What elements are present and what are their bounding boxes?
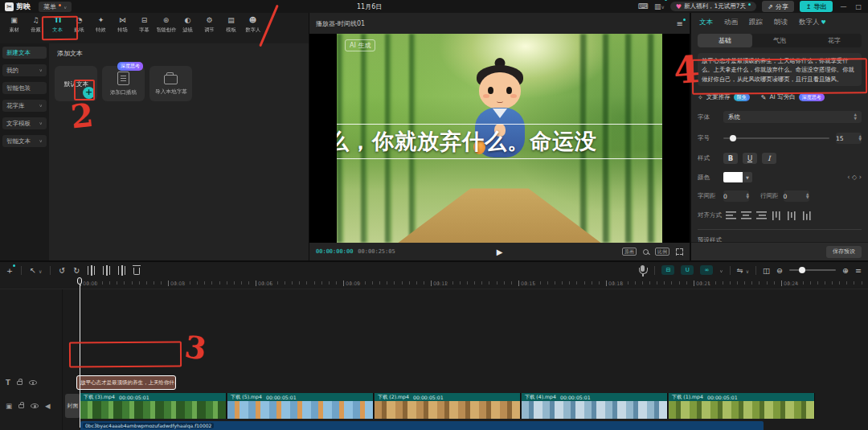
align-left-button[interactable] <box>723 210 738 221</box>
ribbon-item-filter[interactable]: ◐滤镜 <box>177 15 199 40</box>
subtitle-selection-line-top[interactable] <box>337 124 662 125</box>
sidebar-item-1[interactable]: 我的∨ <box>2 64 47 76</box>
sidebar-item-4[interactable]: 文字模板∨ <box>2 117 47 129</box>
stepper-icon[interactable]: ▲▼ <box>854 113 857 120</box>
sidebar-item-0[interactable]: 新建文本 <box>2 47 47 59</box>
bold-button[interactable]: B <box>723 153 738 164</box>
minimize-button[interactable]: — <box>838 3 848 10</box>
library-card-1[interactable]: 导入本地字幕 <box>149 66 192 101</box>
vip-promo-badge[interactable]: ♥ 新人福利，1元试用7天 <box>670 2 756 11</box>
align-bottom-button[interactable] <box>800 210 814 221</box>
copy-suggest-button[interactable]: 文案推荐 <box>706 93 731 101</box>
tracking-stepper[interactable]: 0 ▲▼ <box>723 190 749 202</box>
menu-button[interactable]: 菜单 ∨ <box>39 2 72 12</box>
font-size-slider[interactable] <box>723 137 829 139</box>
sidebar-item-5[interactable]: 智能文本∨ <box>2 135 47 147</box>
video-clip-4[interactable]: 下载 (1).mp400:00:05:01 <box>669 393 815 419</box>
player-menu-icon[interactable]: ≡ <box>677 19 683 28</box>
quality-button[interactable]: 原画 <box>622 248 637 256</box>
play-button[interactable]: ▶ <box>497 248 503 256</box>
inspector-tab-3[interactable]: 朗读 <box>774 18 788 27</box>
timeline-zoom-slider[interactable] <box>789 269 836 271</box>
stepper-icon[interactable]: ▲▼ <box>806 193 809 199</box>
inspector-tab-2[interactable]: 跟踪 <box>749 18 763 27</box>
zoom-slider-thumb[interactable] <box>799 267 805 273</box>
eye-icon[interactable] <box>29 380 37 385</box>
stepper-icon[interactable]: ▲▼ <box>859 135 862 141</box>
subtitle-overlay-text[interactable]: 么，你就放弃什么。命运没 <box>337 127 597 156</box>
inspector-tab-4[interactable]: 数字人♥ <box>799 18 826 27</box>
ribbon-item-adjust[interactable]: ⚙调节 <box>199 15 220 40</box>
zoom-in-button[interactable]: ⊕ <box>842 266 849 275</box>
select-tool-button[interactable]: ↖ ∨ <box>30 266 42 275</box>
slider-thumb[interactable] <box>730 135 736 141</box>
underline-button[interactable]: U <box>743 153 757 164</box>
layout-icon[interactable]: ▥∨ <box>654 2 665 10</box>
export-button[interactable]: ↥ 导出 <box>800 1 833 12</box>
font-size-value[interactable]: 15 ▲▼ <box>836 133 862 144</box>
split-delete-right-button[interactable] <box>118 266 125 275</box>
playhead-marker[interactable] <box>77 277 82 285</box>
inspector-subtab-2[interactable]: 花字 <box>807 34 862 47</box>
ratio-button[interactable]: 比例 <box>655 248 669 256</box>
delete-button[interactable] <box>133 268 140 275</box>
sidebar-item-2[interactable]: 智能包装 <box>2 82 47 94</box>
link-clips-toggle[interactable]: ∞ <box>700 265 713 275</box>
ai-write-button[interactable]: AI 写旁白 <box>769 93 795 101</box>
inspector-subtab-1[interactable]: 气泡 <box>752 34 807 47</box>
ribbon-item-caption[interactable]: ⊟字幕 <box>133 15 155 40</box>
lock-icon[interactable] <box>17 381 23 385</box>
split-delete-left-button[interactable] <box>103 266 110 275</box>
video-clip-2[interactable]: 下载 (2).mp400:00:05:01 <box>375 393 521 419</box>
leading-stepper[interactable]: 0 ▲▼ <box>784 190 809 202</box>
lock-icon[interactable] <box>18 404 24 408</box>
keyboard-shortcut-icon[interactable]: ⌨ <box>638 2 649 10</box>
split-clip-button[interactable] <box>88 266 95 275</box>
inspector-tab-0[interactable]: 文本 <box>699 18 713 27</box>
color-style-icon[interactable]: ‹ ◇ › <box>847 174 862 181</box>
ribbon-item-effect[interactable]: ✦特效 <box>90 15 112 40</box>
maximize-button[interactable]: □ <box>854 3 863 10</box>
sidebar-item-3[interactable]: 花字库∨ <box>2 100 47 112</box>
cover-button[interactable]: 封面 <box>65 394 80 418</box>
mute-icon[interactable]: ◀ <box>45 402 51 410</box>
zoom-fit-icon[interactable] <box>643 249 649 255</box>
video-clip-0[interactable]: 下载 (3).mp400:00:05:01 <box>80 393 227 419</box>
auto-caption-toggle[interactable]: ⊟ <box>661 265 674 275</box>
video-clip-3[interactable]: 下载 (4).mp400:00:05:01 <box>522 393 668 419</box>
preview-axis-button[interactable]: ◫ <box>763 266 770 275</box>
library-card-0[interactable]: 深度思考添加口播稿 <box>102 66 145 101</box>
align-center-button[interactable] <box>739 210 753 221</box>
undo-button[interactable]: ↺ <box>59 266 65 275</box>
mirror-tool-button[interactable]: ⇋ ∨ <box>737 266 749 275</box>
audio-clip[interactable]: 0bc3byac4aaab4ambwpmozufadwdfyhaalqa.f10… <box>80 421 764 430</box>
ribbon-item-audio[interactable]: ♫音频 <box>25 15 47 40</box>
fullscreen-icon[interactable] <box>676 248 683 256</box>
ribbon-item-ai-create[interactable]: ⊛智能创作 <box>155 15 177 40</box>
magnet-snap-toggle[interactable]: U <box>681 265 694 275</box>
add-default-text-button[interactable]: + <box>83 87 95 99</box>
save-preset-button[interactable]: 保存预设 <box>826 246 862 258</box>
video-clip-1[interactable]: 下载 (5).mp400:00:05:01 <box>227 393 374 419</box>
ribbon-item-sticker[interactable]: ◔贴纸 <box>68 15 90 40</box>
zoom-out-button[interactable]: ⊖ <box>776 266 783 275</box>
align-right-button[interactable] <box>754 210 768 221</box>
ribbon-item-text[interactable]: TI文本 <box>47 15 68 40</box>
share-button[interactable]: ⇗ 分享 <box>762 1 794 12</box>
italic-button[interactable]: I <box>762 153 776 164</box>
time-ruler[interactable]: 00:0000:0300:0600:0900:1200:1500:1800:21… <box>0 278 868 289</box>
text-content-field[interactable]: 放平心态才是最顶级的养生，上天给你什么，你就享受什么。上天拿走什么，你就放弃什么… <box>698 53 862 86</box>
record-voiceover-icon[interactable] <box>641 265 645 272</box>
color-picker[interactable]: ▼ <box>723 172 752 182</box>
inspector-subtab-0[interactable]: 基础 <box>698 34 752 47</box>
ribbon-item-avatar[interactable]: ☻数字人 <box>242 15 264 40</box>
ribbon-item-media[interactable]: ▣素材 <box>3 15 25 40</box>
font-select[interactable]: 系统 ▲▼ <box>723 111 862 123</box>
color-swatch[interactable] <box>723 172 743 182</box>
playhead[interactable] <box>80 278 80 428</box>
ribbon-item-template[interactable]: ▤模板 <box>220 15 242 40</box>
add-track-button[interactable]: + <box>6 266 13 275</box>
stepper-icon[interactable]: ▲▼ <box>747 193 749 199</box>
video-canvas[interactable]: AI 生成 么，你就放弃什么。命运没 <box>337 34 662 243</box>
inspector-tab-1[interactable]: 动画 <box>724 18 738 27</box>
